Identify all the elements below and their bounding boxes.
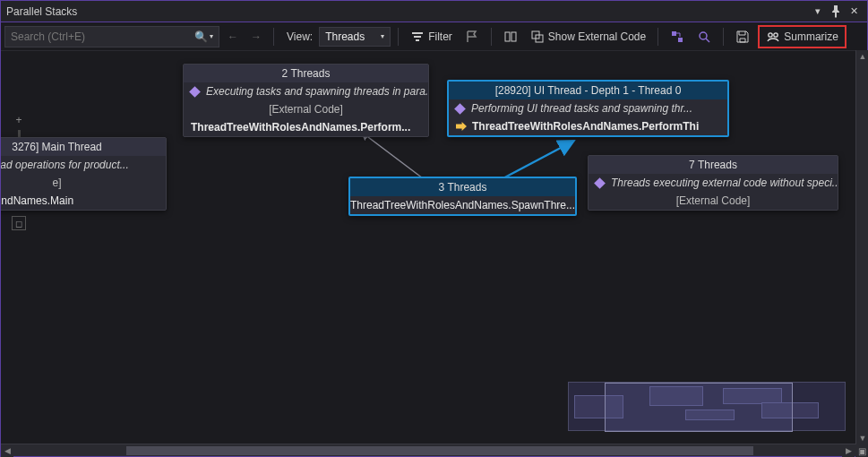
separator [491, 28, 492, 46]
svg-line-10 [706, 39, 709, 42]
search-input-wrap[interactable]: 🔍 ▾ [4, 26, 219, 47]
scroll-down-icon[interactable]: ▼ [856, 432, 868, 444]
save-button[interactable] [731, 27, 754, 47]
zoom-in-icon[interactable]: + [15, 114, 21, 126]
node-ext: e] [1, 174, 166, 192]
svg-rect-1 [414, 36, 421, 38]
node-desc: Threads executing external code without … [589, 174, 838, 192]
show-external-code-label: Show External Code [548, 30, 646, 43]
view-label: View: [281, 30, 315, 43]
search-input[interactable] [11, 30, 194, 43]
node-seven-threads[interactable]: 7 Threads Threads executing external cod… [588, 155, 838, 211]
autoscroll-button[interactable] [666, 27, 689, 47]
node-desc: Performing UI thread tasks and spawning … [449, 99, 727, 117]
node-three-threads[interactable]: 3 Threads ThreadTreeWithRolesAndNames.Sp… [348, 177, 577, 216]
svg-rect-2 [416, 39, 419, 41]
flag-icon[interactable] [460, 27, 484, 47]
svg-rect-3 [505, 32, 510, 41]
show-external-code-button[interactable]: Show External Code [526, 27, 650, 47]
svg-line-13 [361, 132, 426, 181]
view-dropdown-value: Threads [325, 30, 365, 43]
separator [273, 28, 274, 46]
toggle-method-view-icon[interactable] [499, 27, 522, 47]
close-icon[interactable]: ✕ [846, 4, 862, 20]
scroll-right-icon[interactable]: ▶ [842, 444, 855, 457]
minimap[interactable] [568, 382, 846, 431]
diamond-icon [454, 103, 466, 115]
node-desc: in thread operations for product... [1, 156, 166, 174]
nav-forward-button[interactable]: → [246, 27, 266, 47]
vertical-scrollbar[interactable]: ▲ ▼ [855, 50, 868, 444]
node-frame[interactable]: ThreadTreeWithRolesAndNames.PerformThi [449, 117, 727, 135]
svg-point-9 [700, 32, 707, 39]
node-header: 3276] Main Thread [1, 138, 166, 156]
node-frame[interactable]: ithRolesAndNames.Main [1, 192, 166, 210]
current-frame-arrow-icon [456, 122, 467, 131]
node-frame[interactable]: ThreadTreeWithRolesAndNames.Perform... [184, 118, 428, 136]
chevron-down-icon: ▾ [381, 32, 384, 40]
zoom-fit-icon[interactable]: ◻ [12, 216, 26, 230]
filter-label: Filter [428, 30, 452, 43]
node-header: [28920] UI Thread - Depth 1 - Thread 0 [449, 82, 727, 99]
summarize-label: Summarize [784, 30, 838, 43]
filter-button[interactable]: Filter [406, 27, 457, 47]
scroll-left-icon[interactable]: ◀ [1, 444, 13, 457]
svg-rect-4 [511, 32, 516, 41]
node-frame[interactable]: ThreadTreeWithRolesAndNames.SpawnThre... [350, 196, 575, 214]
separator [398, 28, 399, 46]
minimap-viewport[interactable] [605, 383, 793, 432]
node-main-thread[interactable]: 3276] Main Thread in thread operations f… [1, 137, 167, 211]
node-two-threads[interactable]: 2 Threads Executing tasks and spawning t… [183, 64, 429, 137]
node-header: 3 Threads [350, 178, 575, 196]
zoom-button[interactable] [692, 27, 716, 47]
summarize-button[interactable]: Summarize [761, 27, 843, 47]
search-icon: 🔍 [194, 30, 208, 43]
view-dropdown[interactable]: Threads ▾ [319, 27, 391, 47]
node-ext: [External Code] [589, 192, 838, 210]
svg-point-12 [774, 32, 778, 36]
separator [723, 28, 724, 46]
svg-rect-7 [672, 31, 676, 36]
node-header: 7 Threads [589, 156, 838, 174]
scroll-up-icon[interactable]: ▲ [856, 50, 868, 63]
diamond-icon [189, 86, 201, 98]
horizontal-scrollbar[interactable]: ◀ ▶ [1, 444, 867, 456]
graph-canvas[interactable]: + − ◻ 3276] Main Thread in thread operat… [1, 51, 867, 444]
nav-back-button[interactable]: ← [223, 27, 243, 47]
svg-rect-8 [678, 38, 683, 42]
window-menu-button[interactable]: ▾ [810, 4, 826, 20]
node-desc: Executing tasks and spawning threads in … [184, 82, 428, 100]
svg-line-14 [498, 141, 574, 181]
pin-icon[interactable] [828, 4, 844, 20]
scroll-thumb[interactable] [126, 446, 753, 455]
separator [657, 28, 658, 46]
search-options-chevron-icon[interactable]: ▾ [210, 32, 213, 40]
node-ui-thread[interactable]: [28920] UI Thread - Depth 1 - Thread 0 P… [447, 80, 729, 137]
svg-rect-0 [412, 32, 423, 34]
diamond-icon [594, 177, 606, 189]
panel-title: Parallel Stacks [6, 5, 808, 18]
node-ext: [External Code] [184, 100, 428, 118]
resize-grip-icon[interactable]: ▣ [855, 444, 868, 457]
svg-point-11 [769, 32, 772, 36]
node-header: 2 Threads [184, 65, 428, 82]
summarize-highlight: Summarize [758, 25, 847, 48]
